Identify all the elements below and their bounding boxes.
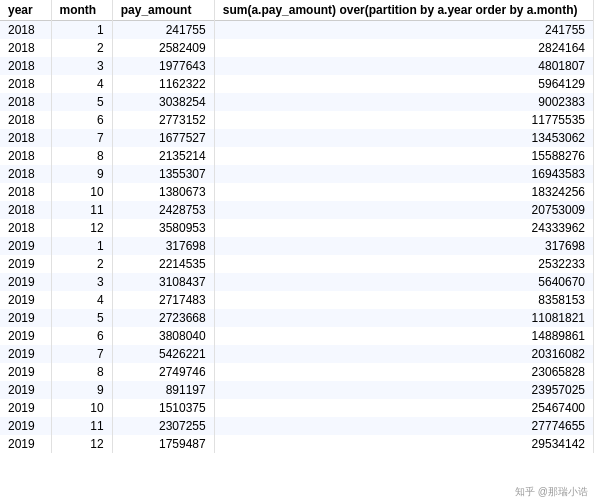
- table-row: 20191317698317698: [0, 237, 594, 255]
- table-cell: 3808040: [112, 327, 214, 345]
- table-cell: 1355307: [112, 165, 214, 183]
- table-cell: 8: [51, 363, 112, 381]
- table-cell: 7: [51, 345, 112, 363]
- table-cell: 2582409: [112, 39, 214, 57]
- table-row: 201910151037525467400: [0, 399, 594, 417]
- table-row: 2018411623225964129: [0, 75, 594, 93]
- table-cell: 3580953: [112, 219, 214, 237]
- table-cell: 1977643: [112, 57, 214, 75]
- table-body: 2018124175524175520182258240928241642018…: [0, 21, 594, 454]
- table-cell: 2018: [0, 21, 51, 40]
- table-row: 201811242875320753009: [0, 201, 594, 219]
- table-row: 2018319776434801807: [0, 57, 594, 75]
- table-cell: 241755: [112, 21, 214, 40]
- table-cell: 2018: [0, 75, 51, 93]
- table-cell: 5964129: [214, 75, 593, 93]
- table-row: 20189135530716943583: [0, 165, 594, 183]
- table-row: 20186277315211775535: [0, 111, 594, 129]
- table-cell: 9: [51, 381, 112, 399]
- table-cell: 12: [51, 435, 112, 453]
- table-cell: 2018: [0, 129, 51, 147]
- table-cell: 2824164: [214, 39, 593, 57]
- table-row: 20198274974623065828: [0, 363, 594, 381]
- table-cell: 891197: [112, 381, 214, 399]
- table-cell: 16943583: [214, 165, 593, 183]
- table-cell: 2018: [0, 57, 51, 75]
- table-cell: 6: [51, 111, 112, 129]
- table-cell: 2018: [0, 201, 51, 219]
- table-cell: 2135214: [112, 147, 214, 165]
- table-cell: 2019: [0, 381, 51, 399]
- table-cell: 2717483: [112, 291, 214, 309]
- table-cell: 13453062: [214, 129, 593, 147]
- table-cell: 2019: [0, 435, 51, 453]
- table-row: 201911230725527774655: [0, 417, 594, 435]
- table-cell: 2: [51, 255, 112, 273]
- table-cell: 2018: [0, 183, 51, 201]
- table-cell: 23957025: [214, 381, 593, 399]
- table-cell: 4: [51, 75, 112, 93]
- table-cell: 18324256: [214, 183, 593, 201]
- table-cell: 2018: [0, 219, 51, 237]
- col-header-year: year: [0, 0, 51, 21]
- table-row: 2019989119723957025: [0, 381, 594, 399]
- table-cell: 10: [51, 183, 112, 201]
- table-cell: 3038254: [112, 93, 214, 111]
- table-cell: 5640670: [214, 273, 593, 291]
- table-cell: 3108437: [112, 273, 214, 291]
- table-cell: 25467400: [214, 399, 593, 417]
- table-cell: 12: [51, 219, 112, 237]
- table-row: 201912175948729534142: [0, 435, 594, 453]
- table-cell: 2019: [0, 309, 51, 327]
- table-cell: 5: [51, 93, 112, 111]
- table-cell: 2019: [0, 399, 51, 417]
- table-cell: 20316082: [214, 345, 593, 363]
- table-cell: 4: [51, 291, 112, 309]
- table-cell: 23065828: [214, 363, 593, 381]
- table-cell: 2428753: [112, 201, 214, 219]
- table-row: 201812358095324333962: [0, 219, 594, 237]
- table-cell: 2018: [0, 111, 51, 129]
- table-cell: 24333962: [214, 219, 593, 237]
- table-cell: 2019: [0, 417, 51, 435]
- watermark: 知乎 @那瑞小诰: [515, 485, 588, 499]
- table-cell: 27774655: [214, 417, 593, 435]
- table-cell: 1510375: [112, 399, 214, 417]
- table-cell: 1: [51, 237, 112, 255]
- table-cell: 2019: [0, 291, 51, 309]
- table-row: 20195272366811081821: [0, 309, 594, 327]
- table-row: 20188213521415588276: [0, 147, 594, 165]
- table-cell: 3: [51, 273, 112, 291]
- table-cell: 2: [51, 39, 112, 57]
- table-cell: 2307255: [112, 417, 214, 435]
- table-row: 20197542622120316082: [0, 345, 594, 363]
- table-cell: 7: [51, 129, 112, 147]
- table-header: year month pay_amount sum(a.pay_amount) …: [0, 0, 594, 21]
- col-header-sum: sum(a.pay_amount) over(partition by a.ye…: [214, 0, 593, 21]
- table-cell: 2018: [0, 93, 51, 111]
- table-cell: 1: [51, 21, 112, 40]
- table-cell: 2723668: [112, 309, 214, 327]
- table-row: 2019427174838358153: [0, 291, 594, 309]
- table-cell: 2018: [0, 147, 51, 165]
- table-cell: 6: [51, 327, 112, 345]
- table-row: 20187167752713453062: [0, 129, 594, 147]
- table-row: 201810138067318324256: [0, 183, 594, 201]
- table-row: 20181241755241755: [0, 21, 594, 40]
- table-cell: 9002383: [214, 93, 593, 111]
- table-row: 2019331084375640670: [0, 273, 594, 291]
- table-cell: 241755: [214, 21, 593, 40]
- table-cell: 14889861: [214, 327, 593, 345]
- table-cell: 1677527: [112, 129, 214, 147]
- table-cell: 2532233: [214, 255, 593, 273]
- table-cell: 11: [51, 201, 112, 219]
- table-cell: 11775535: [214, 111, 593, 129]
- table-cell: 2019: [0, 363, 51, 381]
- table-cell: 2019: [0, 255, 51, 273]
- table-cell: 15588276: [214, 147, 593, 165]
- table-cell: 29534142: [214, 435, 593, 453]
- table-row: 2018530382549002383: [0, 93, 594, 111]
- col-header-month: month: [51, 0, 112, 21]
- table-cell: 5426221: [112, 345, 214, 363]
- table-cell: 8358153: [214, 291, 593, 309]
